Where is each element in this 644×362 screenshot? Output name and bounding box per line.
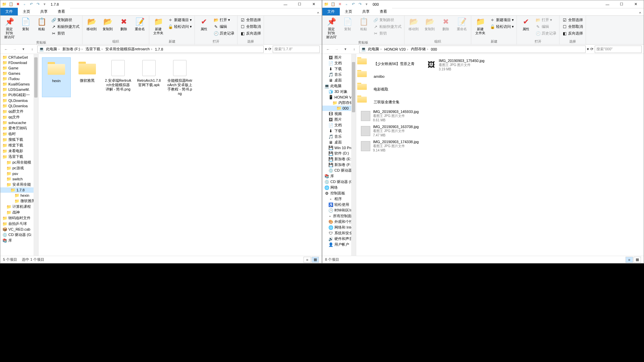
tree-item[interactable]: 📁LDSGameM.	[0, 87, 38, 92]
tree-item[interactable]: 🎨外观和个性化	[322, 219, 356, 225]
tree-item[interactable]: 📁iTudou	[0, 76, 38, 81]
tab-home[interactable]: 主页	[18, 8, 35, 15]
tree-item[interactable]: ♿轻松使用	[322, 202, 356, 207]
forward-button[interactable]: →	[333, 46, 340, 53]
tree-item[interactable]: 📁维棠下载	[0, 142, 38, 148]
tree-item[interactable]: 📁计算机课程	[0, 204, 38, 209]
minimize-button[interactable]: —	[601, 0, 614, 8]
file-item[interactable]: IMG_20190903_163708.jpg看图王 JPG 图片文件7.47 …	[360, 123, 423, 138]
undo-icon[interactable]: ↶	[29, 2, 34, 7]
easyaccess-button[interactable]: 🔓轻松访问 ▾	[489, 24, 515, 29]
crumb[interactable]: 新加卷 (F:)	[61, 47, 84, 52]
tree-item[interactable]: 🔊硬件和声音	[322, 236, 356, 242]
file-item[interactable]: amiibo	[360, 70, 423, 83]
copy-button[interactable]: 📄复制	[18, 16, 33, 32]
history-button[interactable]: 🕘历史记录	[213, 31, 235, 36]
forward-button[interactable]: →	[11, 46, 18, 53]
tree-item[interactable]: 🧊3D 对象	[322, 89, 356, 95]
tree-item[interactable]: 🎵音乐	[322, 72, 356, 77]
file-pane[interactable]: 【少女映画56】雪原之青amiibo电影截取三联版金庸全集IMG_2019090…	[356, 54, 644, 256]
properties-button[interactable]: ✔属性	[519, 16, 533, 32]
search-input[interactable]: 搜索"000"	[595, 46, 642, 53]
invert-button[interactable]: ◧反向选择	[239, 31, 262, 36]
tree-item[interactable]: 🕒时钟和区域	[322, 207, 356, 213]
tree-item[interactable]: 📁微软雅黑	[0, 198, 38, 204]
tree-item[interactable]: 📁未看电影	[0, 148, 38, 154]
close-button[interactable]: ✕	[307, 0, 320, 8]
tree-item[interactable]: 🎵音乐	[322, 134, 356, 139]
tree-item[interactable]: 📁自拍乒乓球	[0, 221, 38, 227]
tree-item[interactable]: 📁1.7.8	[0, 187, 38, 193]
qat-dropdown-icon[interactable]: ▾	[364, 2, 369, 7]
tree-item[interactable]: 📱HONOR V20	[322, 95, 356, 100]
tree-item[interactable]: 🖥桌面	[322, 77, 356, 83]
undo-icon[interactable]: ↶	[351, 2, 356, 7]
titlebar[interactable]: 📁 📋 ✖ ▫ ↶ ↷ ▾ 000 — ☐ ✕	[322, 0, 644, 8]
back-button[interactable]: ←	[2, 46, 10, 53]
tree-item[interactable]: 📄文档	[322, 122, 356, 128]
crumb[interactable]: 安卓用全能模拟器retroarch	[104, 47, 153, 52]
maximize-button[interactable]: ☐	[293, 0, 306, 8]
pin-button[interactable]: 📌固定到'快 速访问'	[324, 16, 338, 40]
tree-item[interactable]: 🖼图片	[322, 117, 356, 122]
crumb[interactable]: 此电脑	[45, 47, 61, 52]
tree-item[interactable]: 📁qq文件	[0, 114, 38, 120]
qat-dropdown-icon[interactable]: ▾	[42, 2, 47, 7]
scrollbar[interactable]	[34, 54, 38, 256]
file-item[interactable]: IMG_20190903_145933.jpg看图王 JPG 图片文件8.61 …	[360, 108, 423, 123]
collapse-ribbon-icon[interactable]: ^	[637, 11, 644, 15]
tree-item[interactable]: 🖥桌面	[322, 139, 356, 145]
tree-item[interactable]: 💿CD 驱动器 (G:	[0, 232, 38, 238]
edit-button[interactable]: ✎编辑	[213, 24, 235, 29]
recent-button[interactable]: ▾	[20, 46, 27, 53]
tree-item[interactable]: ⚙控制面板	[322, 190, 356, 196]
tree-item[interactable]: ⬇下载	[322, 66, 356, 72]
refresh-button[interactable]: ⟳	[590, 47, 593, 51]
tree-item[interactable]: 🛡系统和安全	[322, 230, 356, 236]
tree-item[interactable]: ▫程序	[322, 196, 356, 202]
newfolder-button[interactable]: 📁新建 文件夹	[473, 16, 487, 36]
file-item[interactable]: 🖼IMG_20190903_175450.jpg看图王 JPG 图片文件3.19…	[425, 57, 489, 72]
rename-button[interactable]: 📝重命名	[133, 16, 147, 32]
newitem-button[interactable]: ✧新建项目 ▾	[489, 17, 515, 23]
addr-dropdown-icon[interactable]: ▾	[587, 47, 589, 51]
tree-item[interactable]: ▫所有控制面板	[322, 213, 356, 219]
collapse-ribbon-icon[interactable]: ^	[315, 11, 322, 15]
tree-item[interactable]: 📁临时	[0, 131, 38, 137]
redo-icon[interactable]: ↷	[35, 2, 41, 7]
properties-icon[interactable]: 📋	[8, 2, 14, 7]
tree-item[interactable]: 🌐网络和 Interne	[322, 225, 356, 230]
tree-item[interactable]: 📁爱奇艺转码	[0, 125, 38, 131]
copypath-button[interactable]: 🔗复制路径	[51, 17, 80, 23]
tree-item[interactable]: 💾Win 10 Pro x6	[322, 145, 356, 150]
crumb[interactable]: 1.7.8	[154, 47, 165, 51]
tree-item[interactable]: 📚库	[322, 173, 356, 179]
file-item[interactable]: 全能模拟器RetroArch 安卓版上手教程 - 简书.png	[165, 57, 194, 97]
properties-button[interactable]: ✔属性	[197, 16, 211, 32]
tree-item[interactable]: 💿CD 驱动器 (G:)	[322, 179, 356, 185]
icons-view-button[interactable]: ▦	[312, 257, 319, 263]
crumb[interactable]: 000	[430, 47, 439, 51]
tree-item[interactable]: 📁搜狐下载	[0, 137, 38, 142]
tree-item[interactable]: 📁QLDownloa	[0, 98, 38, 103]
properties-icon[interactable]: 📋	[330, 2, 336, 7]
breadcrumb[interactable]: 💻 此电脑HONOR V20内部存储000	[359, 46, 586, 53]
file-item[interactable]: 2.安卓端RertroArch全能模拟器详解 - 简书.png	[104, 57, 132, 97]
tree-item[interactable]: 📁psv	[0, 171, 38, 176]
tab-file[interactable]: 文件	[322, 8, 340, 15]
cut-button[interactable]: ✂剪切	[51, 31, 80, 36]
selectnone-button[interactable]: ☐全部取消	[239, 24, 262, 29]
refresh-button[interactable]: ⟳	[268, 47, 271, 51]
tree-item[interactable]: 👤用户帐户	[322, 242, 356, 247]
nav-tree[interactable]: 📁CRTubeGet📁FDownload📁Game📁Games📁iTudou📁K…	[0, 54, 39, 256]
tree-item[interactable]: 📁qq群文件	[0, 109, 38, 114]
search-input[interactable]: 搜索"1.7.8"	[273, 46, 320, 53]
tab-share[interactable]: 共享	[357, 8, 375, 15]
tree-item[interactable]: 📁Games	[0, 71, 38, 76]
easyaccess-button[interactable]: 🔓轻松访问 ▾	[167, 24, 193, 29]
selectall-button[interactable]: ☑全部选择	[561, 17, 584, 23]
titlebar[interactable]: 📁 📋 ✖ ▫ ↶ ↷ ▾ 1.7.8 — ☐ ✕	[0, 0, 322, 8]
file-item[interactable]: hexin	[42, 57, 71, 97]
details-view-button[interactable]: ≡	[304, 257, 311, 263]
tree-item[interactable]: 🌐网络	[322, 185, 356, 190]
